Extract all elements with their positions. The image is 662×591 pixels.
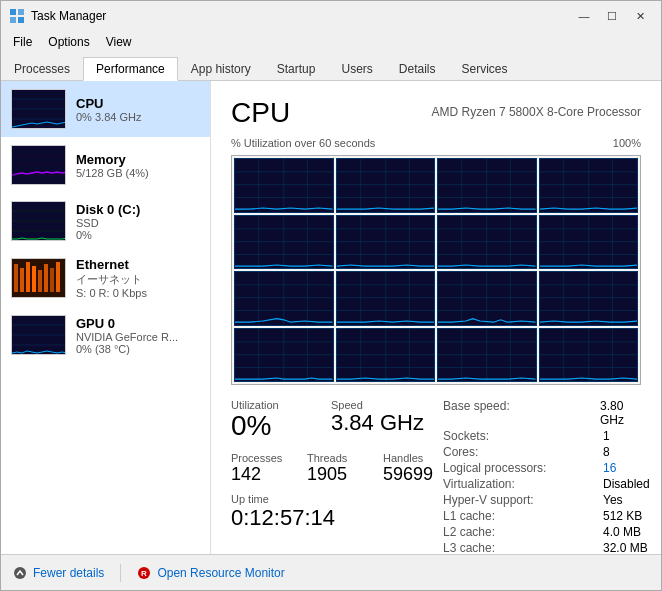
memory-subtitle: 5/128 GB (4%) xyxy=(76,167,200,179)
spec-key-l3: L3 cache: xyxy=(443,541,603,554)
tab-users[interactable]: Users xyxy=(328,57,385,81)
disk-thumbnail xyxy=(11,201,66,241)
cpu-graph-5 xyxy=(336,215,436,270)
cpu-graph-4 xyxy=(234,215,334,270)
svg-rect-19 xyxy=(50,268,54,292)
uptime-block: Up time 0:12:57:14 xyxy=(231,493,443,531)
svg-rect-1 xyxy=(18,9,24,15)
tab-services[interactable]: Services xyxy=(449,57,521,81)
stats-section: Utilization 0% Speed 3.84 GHz xyxy=(231,399,443,442)
spec-virtualization: Virtualization: Disabled xyxy=(443,477,650,491)
cpu-graph-15 xyxy=(539,328,639,383)
svg-rect-2 xyxy=(10,17,16,23)
detail-header: CPU AMD Ryzen 7 5800X 8-Core Processor xyxy=(231,97,641,129)
maximize-button[interactable]: ☐ xyxy=(599,7,625,25)
cpu-graph-10 xyxy=(437,271,537,326)
sidebar-item-disk[interactable]: Disk 0 (C:) SSD 0% xyxy=(1,193,210,249)
tab-processes[interactable]: Processes xyxy=(1,57,83,81)
title-controls: — ☐ ✕ xyxy=(571,7,653,25)
graph-label: % Utilization over 60 seconds xyxy=(231,137,375,149)
menu-file[interactable]: File xyxy=(5,33,40,51)
cpu-graph-0 xyxy=(234,158,334,213)
cpu-subtitle: 0% 3.84 GHz xyxy=(76,111,200,123)
spec-key-sockets: Sockets: xyxy=(443,429,603,443)
svg-rect-3 xyxy=(18,17,24,23)
menu-view[interactable]: View xyxy=(98,33,140,51)
gpu-title: GPU 0 xyxy=(76,316,200,331)
spec-l1: L1 cache: 512 KB xyxy=(443,509,650,523)
ethernet-thumbnail xyxy=(11,258,66,298)
cpu-graph-1 xyxy=(336,158,436,213)
bottom-bar: Fewer details R Open Resource Monitor xyxy=(1,554,661,590)
cpu-graph-6 xyxy=(437,215,537,270)
disk-subtitle2: SSD xyxy=(76,217,200,229)
detail-title: CPU xyxy=(231,97,290,129)
resource-monitor-icon: R xyxy=(137,566,151,580)
gpu-thumbnail xyxy=(11,315,66,355)
cpu-graphs-grid xyxy=(231,155,641,385)
cpu-thumbnail xyxy=(11,89,66,129)
cpu-title: CPU xyxy=(76,96,200,111)
tab-app-history[interactable]: App history xyxy=(178,57,264,81)
threads-value: 1905 xyxy=(307,464,367,485)
graph-label-right: 100% xyxy=(613,137,641,149)
spec-val-l2: 4.0 MB xyxy=(603,525,641,539)
spec-l3: L3 cache: 32.0 MB xyxy=(443,541,650,554)
sidebar-item-gpu[interactable]: GPU 0 NVIDIA GeForce R... 0% (38 °C) xyxy=(1,307,210,363)
sidebar-item-cpu[interactable]: CPU 0% 3.84 GHz xyxy=(1,81,210,137)
tab-details[interactable]: Details xyxy=(386,57,449,81)
tab-performance[interactable]: Performance xyxy=(83,57,178,81)
detail-pane: CPU AMD Ryzen 7 5800X 8-Core Processor %… xyxy=(211,81,661,554)
ethernet-sidebar-info: Ethernet イーサネット S: 0 R: 0 Kbps xyxy=(76,257,200,299)
sidebar-item-memory[interactable]: Memory 5/128 GB (4%) xyxy=(1,137,210,193)
counters-row: Processes 142 Threads 1905 Handles 59699 xyxy=(231,452,443,485)
sidebar: CPU 0% 3.84 GHz Memory 5/128 GB (4%) xyxy=(1,81,211,554)
svg-rect-15 xyxy=(26,262,30,292)
spec-val-logical: 16 xyxy=(603,461,616,475)
svg-rect-18 xyxy=(44,264,48,292)
utilization-block: Utilization 0% xyxy=(231,399,311,442)
spec-hyperv: Hyper-V support: Yes xyxy=(443,493,650,507)
cpu-graph-7 xyxy=(539,215,639,270)
spec-val-hyperv: Yes xyxy=(603,493,623,507)
uptime-label: Up time xyxy=(231,493,443,505)
open-resource-monitor-link[interactable]: R Open Resource Monitor xyxy=(137,566,284,580)
title-bar-left: Task Manager xyxy=(9,8,106,24)
ethernet-title: Ethernet xyxy=(76,257,200,272)
main-content: CPU 0% 3.84 GHz Memory 5/128 GB (4%) xyxy=(1,81,661,554)
tab-startup[interactable]: Startup xyxy=(264,57,329,81)
cpu-graph-12 xyxy=(234,328,334,383)
spec-key-l2: L2 cache: xyxy=(443,525,603,539)
threads-label: Threads xyxy=(307,452,367,464)
svg-rect-13 xyxy=(14,264,18,292)
chevron-up-icon xyxy=(13,566,27,580)
gpu-sidebar-info: GPU 0 NVIDIA GeForce R... 0% (38 °C) xyxy=(76,316,200,355)
tab-bar: Processes Performance App history Startu… xyxy=(1,53,661,81)
spec-key-base-speed: Base speed: xyxy=(443,399,600,427)
specs-table: Base speed: 3.80 GHz Sockets: 1 Cores: 8 xyxy=(443,399,650,554)
svg-rect-16 xyxy=(32,266,36,292)
memory-sidebar-info: Memory 5/128 GB (4%) xyxy=(76,152,200,179)
gpu-subtitle-model: NVIDIA GeForce R... xyxy=(76,331,200,343)
spec-key-virt: Virtualization: xyxy=(443,477,603,491)
detail-subtitle: AMD Ryzen 7 5800X 8-Core Processor xyxy=(432,105,641,119)
memory-thumbnail xyxy=(11,145,66,185)
spec-cores: Cores: 8 xyxy=(443,445,650,459)
cpu-graph-11 xyxy=(539,271,639,326)
processes-value: 142 xyxy=(231,464,291,485)
fewer-details-link[interactable]: Fewer details xyxy=(13,566,104,580)
spec-val-base-speed: 3.80 GHz xyxy=(600,399,650,427)
handles-value: 59699 xyxy=(383,464,443,485)
menu-options[interactable]: Options xyxy=(40,33,97,51)
spec-logical-processors: Logical processors: 16 xyxy=(443,461,650,475)
ethernet-subtitle-jp: イーサネット xyxy=(76,272,200,287)
window-title: Task Manager xyxy=(31,9,106,23)
divider xyxy=(120,564,121,582)
sidebar-item-ethernet[interactable]: Ethernet イーサネット S: 0 R: 0 Kbps xyxy=(1,249,210,307)
close-button[interactable]: ✕ xyxy=(627,7,653,25)
svg-text:R: R xyxy=(141,569,147,578)
spec-key-cores: Cores: xyxy=(443,445,603,459)
disk-subtitle: 0% xyxy=(76,229,200,241)
minimize-button[interactable]: — xyxy=(571,7,597,25)
uptime-value: 0:12:57:14 xyxy=(231,505,443,531)
